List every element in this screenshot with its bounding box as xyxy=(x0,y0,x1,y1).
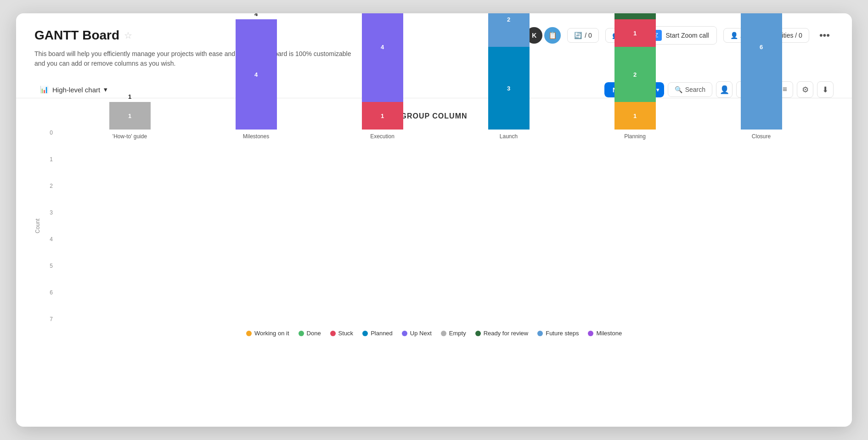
legend-item: Working on it xyxy=(246,330,289,337)
y-axis-label: 2 xyxy=(42,183,53,189)
page-title: GANTT Board xyxy=(34,28,119,43)
legend-label: Stuck xyxy=(338,330,354,337)
legend-label: Done xyxy=(307,330,321,337)
y-axis-label: 1 xyxy=(42,156,53,163)
x-axis-label: Launch xyxy=(488,133,530,140)
bar-segment: 1 xyxy=(614,19,656,47)
legend-dot xyxy=(475,331,481,336)
bar-segment: 1 xyxy=(614,13,656,19)
bar-segment: 4 xyxy=(236,19,277,130)
x-axis-label: Execution xyxy=(362,133,403,140)
notification-btn[interactable]: 🔄 / 0 xyxy=(567,28,599,43)
bar-group: 51211 xyxy=(614,13,656,130)
bar-group: 11 xyxy=(109,93,151,130)
legend-label: Future steps xyxy=(546,330,579,337)
bar-group: 532 xyxy=(488,13,530,130)
bar-segment: 3 xyxy=(488,47,530,130)
chart-title: GROUP COLUMN xyxy=(34,112,834,120)
x-axis-label: Closure xyxy=(741,133,782,140)
y-axis-label: 3 xyxy=(42,209,53,216)
legend-dot xyxy=(588,331,593,336)
search-icon: 🔍 xyxy=(675,86,682,93)
legend-label: Up Next xyxy=(410,330,432,337)
chart-legend: Working on itDoneStuckPlannedUp NextEmpt… xyxy=(34,330,834,341)
person-filter-button[interactable]: 👤 xyxy=(716,81,733,98)
legend-item: Done xyxy=(299,330,321,337)
y-axis-title: Count xyxy=(34,219,41,233)
chart-selector-icon: 📊 xyxy=(40,85,49,94)
x-axis-label: Planning xyxy=(614,133,656,140)
settings-icon: ⚙ xyxy=(802,85,809,95)
avatar-b: 📋 xyxy=(544,27,561,44)
legend-dot xyxy=(299,331,304,336)
legend-label: Milestone xyxy=(596,330,622,337)
star-icon[interactable]: ☆ xyxy=(124,30,132,41)
y-axis: 76543210 xyxy=(42,130,53,322)
legend-item: Stuck xyxy=(330,330,354,337)
bar-segment: 6 xyxy=(741,13,782,130)
legend-item: Planned xyxy=(362,330,393,337)
search-button[interactable]: 🔍 Search xyxy=(668,82,712,97)
bar-group: 44 xyxy=(236,13,277,130)
chart-selector-label: High-level chart xyxy=(52,86,100,94)
y-axis-label: 5 xyxy=(42,263,53,269)
legend-dot xyxy=(246,331,252,336)
legend-item: Empty xyxy=(441,330,466,337)
y-axis-label: 7 xyxy=(42,316,53,322)
legend-label: Working on it xyxy=(254,330,289,337)
bar-stack: 1 xyxy=(109,102,151,130)
bar-segment: 1 xyxy=(362,102,403,130)
avatar-group: K 📋 xyxy=(526,27,561,44)
x-axis-label: Milestones xyxy=(236,133,277,140)
zoom-label: Start Zoom call xyxy=(665,32,709,39)
legend-item: Future steps xyxy=(537,330,579,337)
people-icon: 👤 xyxy=(730,32,738,39)
y-axis-label: 6 xyxy=(42,289,53,296)
legend-label: Ready for review xyxy=(484,330,529,337)
legend-dot xyxy=(362,331,368,336)
page-description: This board will help you efficiently man… xyxy=(34,49,356,68)
page-header: GANTT Board ☆ K 📋 🔄 / 0 👥 / 4 xyxy=(16,13,852,98)
header-actions: K 📋 🔄 / 0 👥 / 4 Z Start Zoom call xyxy=(526,26,834,45)
x-labels: 'How-to' guideMilestonesExecutionLaunchP… xyxy=(57,133,834,140)
main-window: GANTT Board ☆ K 📋 🔄 / 0 👥 / 4 xyxy=(16,13,852,427)
y-axis-label: 0 xyxy=(42,130,53,136)
title-row: GANTT Board ☆ xyxy=(34,28,132,43)
bar-stack: 14 xyxy=(362,13,403,130)
header-top-row: GANTT Board ☆ K 📋 🔄 / 0 👥 / 4 xyxy=(34,26,834,45)
legend-label: Planned xyxy=(371,330,393,337)
notification-icon: 🔄 xyxy=(574,32,582,39)
bar-stack: 32 xyxy=(488,13,530,130)
chart-selector[interactable]: 📊 High-level chart ▾ xyxy=(34,83,113,96)
bar-stack: 4 xyxy=(236,19,277,130)
settings-button[interactable]: ⚙ xyxy=(797,81,813,98)
download-icon: ⬇ xyxy=(822,85,829,95)
bar-total-label: 1 xyxy=(128,93,131,100)
chart-inner: 11445145325121166 'How-to' guideMileston… xyxy=(57,130,834,140)
bar-segment: 2 xyxy=(614,47,656,102)
legend-dot xyxy=(330,331,336,336)
bar-segment: 1 xyxy=(109,102,151,130)
bar-total-label: 4 xyxy=(254,13,258,17)
bar-segment: 1 xyxy=(614,102,656,130)
bar-stack: 1211 xyxy=(614,13,656,130)
bar-group: 514 xyxy=(362,13,403,130)
toolbar: 📊 High-level chart ▾ New Item ▾ 🔍 Search… xyxy=(34,77,834,98)
bar-segment: 4 xyxy=(362,13,403,102)
chevron-down-icon: ▾ xyxy=(104,85,107,94)
legend-dot xyxy=(537,331,543,336)
search-label: Search xyxy=(685,86,705,93)
legend-label: Empty xyxy=(449,330,466,337)
legend-item: Milestone xyxy=(588,330,622,337)
bar-group: 66 xyxy=(741,13,782,130)
legend-item: Up Next xyxy=(402,330,432,337)
bar-segment: 2 xyxy=(488,13,530,47)
legend-item: Ready for review xyxy=(475,330,529,337)
bar-stack: 6 xyxy=(741,13,782,130)
person-icon: 👤 xyxy=(720,85,729,95)
download-button[interactable]: ⬇ xyxy=(817,81,834,98)
chart-area: GROUP COLUMN Count 76543210 114451453251… xyxy=(16,98,852,350)
legend-dot xyxy=(441,331,446,336)
more-options-button[interactable]: ••• xyxy=(816,28,834,43)
x-axis-label: 'How-to' guide xyxy=(109,133,151,140)
